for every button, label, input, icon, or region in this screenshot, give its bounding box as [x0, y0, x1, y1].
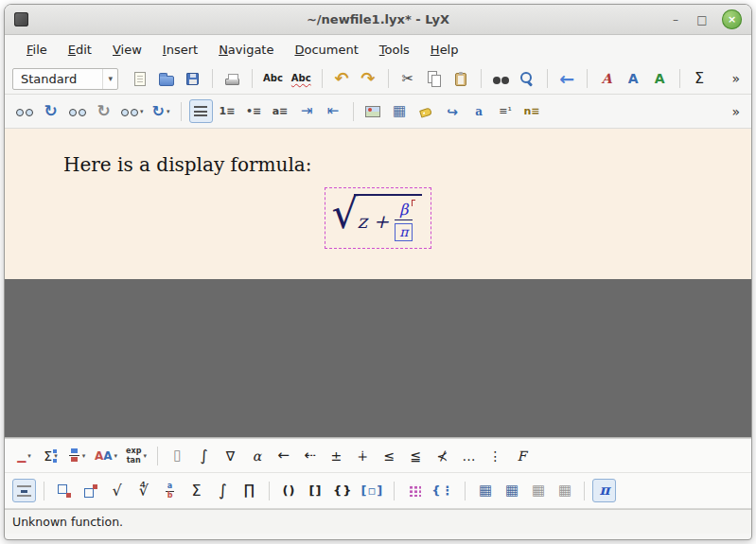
math-decorations-button[interactable]: ▁▾	[12, 444, 36, 467]
description-list-button[interactable]: a≡	[269, 99, 292, 123]
fraction-denominator[interactable]: π	[395, 220, 413, 241]
math-arrows-button[interactable]: ←	[272, 444, 295, 467]
display-formula-toggle-button[interactable]	[12, 479, 36, 502]
paste-button[interactable]	[449, 67, 473, 91]
delete-row-button[interactable]: ▦	[526, 479, 550, 502]
math-greek-letters-button[interactable]: α	[245, 444, 269, 467]
insert-label-button[interactable]	[414, 99, 438, 123]
menu-item-navigate[interactable]: Navigate	[210, 39, 282, 61]
math-fractions-button[interactable]: ▾	[65, 444, 89, 467]
menu-item-edit[interactable]: Edit	[60, 39, 100, 61]
insert-cross-reference-button[interactable]: ↪	[441, 99, 465, 123]
menu-item-view[interactable]: View	[104, 39, 150, 61]
delete-column-button[interactable]: ▦	[553, 479, 576, 502]
print-document-button[interactable]	[220, 67, 244, 91]
math-dots-button[interactable]: …	[457, 444, 481, 467]
math-fonts-button[interactable]: AA▾	[92, 444, 120, 467]
math-insert-box-button[interactable]: ▯	[166, 444, 189, 467]
menu-item-document[interactable]: Document	[286, 39, 366, 61]
math-functions-button[interactable]: exp tan▾	[123, 444, 149, 467]
close-button[interactable]: ×	[722, 9, 742, 29]
open-document-button[interactable]	[154, 67, 178, 91]
insert-index-entry-button[interactable]: a	[467, 99, 491, 123]
spellcheck-button[interactable]: Abc	[260, 67, 286, 91]
toggle-noun-button[interactable]: A	[622, 67, 645, 91]
insert-matrix-button[interactable]	[402, 479, 426, 502]
document-paragraph[interactable]: Here is a display formula:	[63, 153, 751, 176]
document-area[interactable]: Here is a display formula: √ z + β π	[5, 129, 751, 438]
maximize-button[interactable]: □	[695, 13, 709, 26]
document-page[interactable]: Here is a display formula: √ z + β π	[5, 129, 751, 279]
math-ams-letters-button[interactable]: F	[510, 444, 534, 467]
decrease-depth-button[interactable]: ⇤	[322, 99, 345, 123]
math-panel-toggle-button[interactable]: π	[592, 479, 616, 502]
math-relations-button[interactable]: ≤	[378, 444, 401, 467]
insert-integral-button[interactable]: ∫	[211, 479, 235, 502]
view-other-formats-button[interactable]: ▾	[118, 99, 147, 123]
zoom-button[interactable]	[516, 67, 539, 91]
toolbar-overflow-button[interactable]: »	[728, 102, 744, 121]
update-document-button[interactable]: ↻	[39, 99, 62, 123]
superscript-button[interactable]	[79, 479, 102, 502]
redo-button[interactable]: ↷	[357, 67, 380, 91]
insert-fraction-button[interactable]	[158, 479, 182, 502]
insert-sum-button[interactable]: Σ	[185, 479, 208, 502]
numbered-list-button[interactable]: 1≡	[216, 99, 239, 123]
apply-last-style-button[interactable]: A	[648, 67, 672, 91]
insert-braces-button[interactable]: {}	[330, 479, 356, 502]
math-ams-operators-button[interactable]: ∔	[351, 444, 375, 467]
fraction-numerator[interactable]: β	[395, 201, 413, 220]
toolbar-overflow-button[interactable]: »	[728, 69, 744, 88]
toggle-emphasis-button[interactable]: A	[595, 67, 619, 91]
math-negated-relations-button[interactable]: ⊀	[431, 444, 454, 467]
bullet-list-button[interactable]: •≡	[242, 99, 266, 123]
insert-footnote-button[interactable]: ≡¹	[494, 99, 518, 123]
view-document-button[interactable]	[12, 99, 36, 123]
menu-item-tools[interactable]: Tools	[371, 39, 418, 61]
update-master-document-button[interactable]: ↻	[92, 99, 115, 123]
check-track-changes-button[interactable]: Abc	[289, 67, 314, 91]
math-inset[interactable]: √ z + β π	[325, 187, 432, 249]
menu-item-file[interactable]: File	[18, 39, 56, 61]
nth-root-button[interactable]: ∜	[132, 479, 155, 502]
menu-item-insert[interactable]: Insert	[154, 39, 206, 61]
add-column-button[interactable]: ▦	[500, 479, 523, 502]
insert-note-button[interactable]: n≡	[520, 99, 544, 123]
denominator-cell[interactable]: π	[395, 223, 413, 241]
save-document-button[interactable]	[181, 67, 204, 91]
update-master-document-icon: ↻	[97, 103, 110, 119]
titlebar[interactable]: ~/newfile1.lyx* - LyX – □ ×	[5, 5, 751, 35]
undo-button[interactable]: ↶	[330, 67, 354, 91]
paragraph-style-selector[interactable]: Standard ▾	[12, 68, 118, 90]
cut-button[interactable]: ✂	[396, 67, 420, 91]
subscript-button[interactable]	[52, 479, 76, 502]
fraction[interactable]: β π	[395, 201, 413, 241]
insert-graphics-button[interactable]	[361, 99, 385, 123]
insert-math-button[interactable]: Σ	[688, 67, 712, 91]
math-ams-relations-button[interactable]: ≦	[404, 444, 428, 467]
math-big-operators-button[interactable]: Σ▾	[39, 444, 62, 467]
math-operators-button[interactable]: ±	[325, 444, 348, 467]
insert-parentheses-button[interactable]: ()	[277, 479, 301, 502]
math-dashed-arrows-button[interactable]: ⇠	[298, 444, 322, 467]
find-replace-button[interactable]	[489, 67, 513, 91]
math-misc-symbols-button[interactable]: ⋮	[483, 444, 507, 467]
insert-cases-button[interactable]: {⋮	[429, 479, 457, 502]
square-root-button[interactable]: √	[105, 479, 129, 502]
menu-item-help[interactable]: Help	[422, 39, 467, 61]
increase-depth-button[interactable]: ⇥	[295, 99, 319, 123]
insert-brackets-button[interactable]: []	[304, 479, 327, 502]
navigate-back-button[interactable]: ←	[555, 67, 579, 91]
copy-button[interactable]	[423, 67, 447, 91]
minimize-button[interactable]: –	[669, 13, 682, 26]
view-master-document-button[interactable]	[65, 99, 89, 123]
add-row-button[interactable]: ▦	[473, 479, 497, 502]
insert-product-button[interactable]: ∏	[237, 479, 261, 502]
new-document-button[interactable]	[128, 67, 151, 91]
math-integral-operators-button[interactable]: ∫	[192, 444, 216, 467]
paragraph-settings-button[interactable]	[189, 99, 213, 123]
update-other-formats-button[interactable]: ↻▾	[149, 99, 173, 123]
math-nabla-operators-button[interactable]: ∇	[219, 444, 242, 467]
insert-delimiters-button[interactable]: [▫]	[359, 479, 387, 502]
insert-table-button[interactable]: ▦	[388, 99, 412, 123]
